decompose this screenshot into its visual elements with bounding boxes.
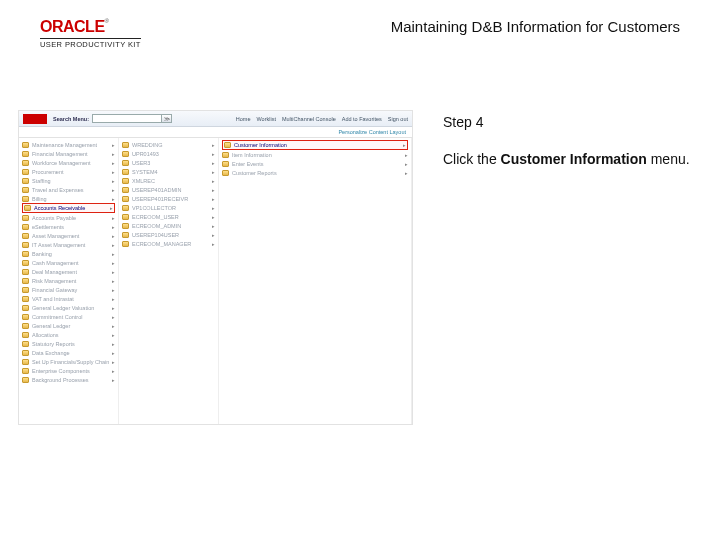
menu-item[interactable]: XMLREC▸ [122, 176, 215, 185]
menu-item[interactable]: Risk Management▸ [22, 276, 115, 285]
menu-label: USEREP401RECEIVR [132, 196, 188, 202]
menu-label: ECREOOM_ADMIN [132, 223, 181, 229]
folder-icon [22, 233, 29, 239]
menu-item[interactable]: USEREP104USER▸ [122, 230, 215, 239]
menu-label: ECREOOM_USER [132, 214, 179, 220]
menu-item[interactable]: Banking▸ [22, 249, 115, 258]
document-title: Maintaining D&B Information for Customer… [391, 18, 680, 35]
chevron-right-icon: ▸ [112, 341, 115, 347]
menu-column-3: Customer Information ▸ Item Information▸… [219, 138, 412, 424]
brand-block: ORACLE® USER PRODUCTIVITY KIT [40, 18, 141, 49]
menu-item[interactable]: USEREP401RECEIVR▸ [122, 194, 215, 203]
chevron-right-icon: ▸ [112, 260, 115, 266]
nav-signout[interactable]: Sign out [388, 116, 408, 122]
folder-icon [122, 223, 129, 229]
menu-item[interactable]: Set Up Financials/Supply Chain▸ [22, 357, 115, 366]
menu-item[interactable]: Enterprise Components▸ [22, 366, 115, 375]
folder-icon [122, 232, 129, 238]
instruction-pane: Step 4 Click the Customer Information me… [413, 110, 702, 522]
folder-icon [22, 323, 29, 329]
menu-item[interactable]: Background Processes▸ [22, 375, 115, 384]
menu-label: eSettlements [32, 224, 64, 230]
peoplesoft-screenshot: Search Menu: ≫ Home Worklist MultiChanne… [18, 110, 413, 425]
menu-item[interactable]: Deal Management▸ [22, 267, 115, 276]
folder-icon [222, 170, 229, 176]
menu-label: Background Processes [32, 377, 89, 383]
chevron-right-icon: ▸ [112, 368, 115, 374]
menu-label: USER3 [132, 160, 150, 166]
menu-label: Enter Events [232, 161, 264, 167]
nav-favorites[interactable]: Add to Favorites [342, 116, 382, 122]
menu-item[interactable]: Workforce Management▸ [22, 158, 115, 167]
chevron-right-icon: ▸ [112, 151, 115, 157]
menu-label: Customer Reports [232, 170, 277, 176]
search-menu-input[interactable] [92, 114, 162, 123]
chevron-right-icon: ▸ [112, 314, 115, 320]
menu-item[interactable]: Billing▸ [22, 194, 115, 203]
menu-item[interactable]: eSettlements▸ [22, 222, 115, 231]
menu-item[interactable]: Financial Gateway▸ [22, 285, 115, 294]
menu-item[interactable]: ECREOOM_USER▸ [122, 212, 215, 221]
oracle-logo: ORACLE [40, 18, 105, 35]
folder-icon [22, 305, 29, 311]
menu-label: Maintenance Management [32, 142, 97, 148]
document-header: ORACLE® USER PRODUCTIVITY KIT Maintainin… [0, 0, 720, 55]
chevron-right-icon: ▸ [112, 287, 115, 293]
chevron-right-icon: ▸ [112, 142, 115, 148]
menu-item[interactable]: Enter Events▸ [222, 159, 408, 168]
chevron-right-icon: ▸ [112, 350, 115, 356]
menu-item[interactable]: USER3▸ [122, 158, 215, 167]
menu-label: Set Up Financials/Supply Chain [32, 359, 109, 365]
menu-label: Banking [32, 251, 52, 257]
menu-item[interactable]: Item Information▸ [222, 150, 408, 159]
menu-item[interactable]: Staffing▸ [22, 176, 115, 185]
folder-icon [24, 205, 31, 211]
menu-label: VP1COLLECTOR [132, 205, 176, 211]
chevron-right-icon: ▸ [405, 170, 408, 176]
menu-item[interactable]: Financial Management▸ [22, 149, 115, 158]
menu-item[interactable]: ECREOOM_ADMIN▸ [122, 221, 215, 230]
search-go-button[interactable]: ≫ [162, 114, 172, 123]
menu-item[interactable]: Data Exchange▸ [22, 348, 115, 357]
folder-icon [22, 196, 29, 202]
menu-item[interactable]: WREDDING▸ [122, 140, 215, 149]
menu-item[interactable]: USEREP401ADMIN▸ [122, 185, 215, 194]
menu-item[interactable]: Accounts Payable▸ [22, 213, 115, 222]
menu-item[interactable]: Customer Reports▸ [222, 168, 408, 177]
menu-item[interactable]: IT Asset Management▸ [22, 240, 115, 249]
personalize-link[interactable]: Personalize Content Layout [338, 129, 406, 135]
folder-icon [22, 278, 29, 284]
menu-item[interactable]: Cash Management▸ [22, 258, 115, 267]
menu-accounts-receivable[interactable]: Accounts Receivable ▸ [22, 203, 115, 213]
menu-item[interactable]: ECREOOM_MANAGER▸ [122, 239, 215, 248]
menu-item[interactable]: Travel and Expenses▸ [22, 185, 115, 194]
nav-multichannel[interactable]: MultiChannel Console [282, 116, 336, 122]
nav-worklist[interactable]: Worklist [256, 116, 275, 122]
menu-customer-information[interactable]: Customer Information ▸ [222, 140, 408, 150]
folder-icon [22, 341, 29, 347]
chevron-right-icon: ▸ [112, 323, 115, 329]
chevron-right-icon: ▸ [112, 178, 115, 184]
menu-item[interactable]: VP1COLLECTOR▸ [122, 203, 215, 212]
menu-label: Enterprise Components [32, 368, 90, 374]
menu-item[interactable]: Commitment Control▸ [22, 312, 115, 321]
menu-item[interactable]: SYSTEM4▸ [122, 167, 215, 176]
nav-home[interactable]: Home [236, 116, 251, 122]
app-subbar: Personalize Content Layout [19, 127, 412, 138]
menu-item[interactable]: Procurement▸ [22, 167, 115, 176]
instruction-text: Click the Customer Information menu. [443, 150, 692, 168]
menu-item[interactable]: VAT and Intrastat▸ [22, 294, 115, 303]
menu-item[interactable]: Maintenance Management▸ [22, 140, 115, 149]
instruction-suffix: menu. [647, 151, 690, 167]
menu-item[interactable]: Allocations▸ [22, 330, 115, 339]
menu-item[interactable]: General Ledger Valuation▸ [22, 303, 115, 312]
menu-label: Workforce Management [32, 160, 91, 166]
folder-icon [22, 169, 29, 175]
menu-item[interactable]: Asset Management▸ [22, 231, 115, 240]
menu-item[interactable]: UPR01493▸ [122, 149, 215, 158]
chevron-right-icon: ▸ [212, 187, 215, 193]
chevron-right-icon: ▸ [212, 223, 215, 229]
menu-item[interactable]: General Ledger▸ [22, 321, 115, 330]
chevron-right-icon: ▸ [112, 215, 115, 221]
menu-item[interactable]: Statutory Reports▸ [22, 339, 115, 348]
